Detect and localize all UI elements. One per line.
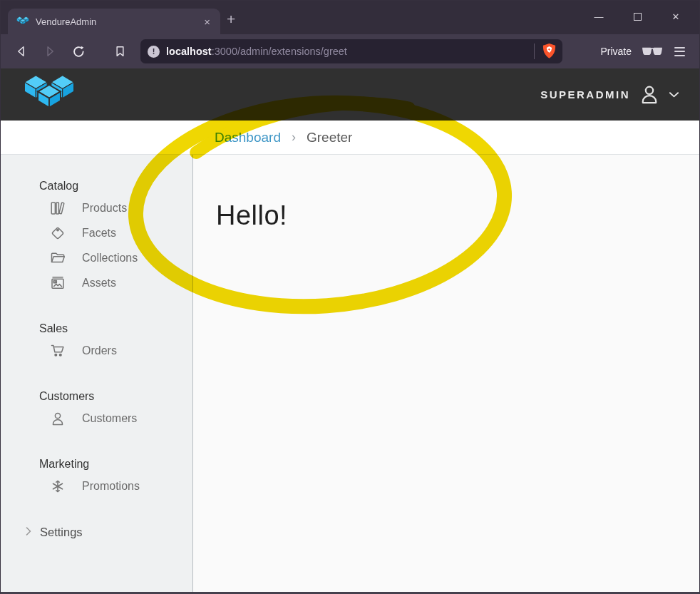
sidebar-item-collections[interactable]: Collections xyxy=(1,245,193,270)
chevron-right-icon xyxy=(23,526,34,537)
cart-icon xyxy=(49,342,66,359)
reload-icon xyxy=(71,44,86,59)
close-window-button[interactable]: ✕ xyxy=(657,5,695,28)
sidebar-section-customers: Customers xyxy=(39,389,94,404)
vendure-favicon-icon xyxy=(16,16,29,26)
account-menu[interactable]: SUPERADMIN xyxy=(540,68,679,121)
sidebar-item-customers[interactable]: Customers xyxy=(1,406,193,431)
tab-strip: VendureAdmin × + — ✕ xyxy=(1,1,699,34)
sidebar-item-promotions[interactable]: Promotions xyxy=(1,473,193,498)
vendure-logo-icon[interactable] xyxy=(22,74,76,116)
sidebar-item-label: Orders xyxy=(82,344,117,357)
back-button[interactable] xyxy=(13,43,30,60)
brave-shield-icon[interactable] xyxy=(542,43,557,60)
forward-icon xyxy=(43,44,57,58)
back-icon xyxy=(14,44,29,58)
tab-title: VendureAdmin xyxy=(36,16,195,27)
tab-close-icon[interactable]: × xyxy=(201,15,213,29)
sidebar-nav: Catalog Products xyxy=(1,155,193,592)
site-info-icon[interactable]: ! xyxy=(148,46,160,58)
bookmark-icon xyxy=(113,44,127,58)
sidebar-item-orders[interactable]: Orders xyxy=(1,338,193,363)
urlbar-divider xyxy=(534,43,535,59)
sidebar-item-label: Promotions xyxy=(82,480,140,493)
browser-tab[interactable]: VendureAdmin × xyxy=(8,9,220,34)
sidebar-section-catalog: Catalog xyxy=(39,178,78,194)
maximize-icon xyxy=(634,13,642,21)
user-account-icon xyxy=(639,83,660,106)
reload-button[interactable] xyxy=(70,43,87,60)
bookmark-button[interactable] xyxy=(111,43,128,60)
library-icon xyxy=(49,200,66,217)
sidebar-item-facets[interactable]: Facets xyxy=(1,220,193,245)
new-tab-button[interactable]: + xyxy=(227,11,235,26)
breadcrumb: Dashboard › Greeter xyxy=(215,121,352,154)
maximize-button[interactable] xyxy=(618,5,657,28)
private-window-label: Private xyxy=(600,46,632,57)
sidebar-item-label: Customers xyxy=(82,412,137,425)
chevron-down-icon xyxy=(669,91,679,98)
sidebar-item-label: Products xyxy=(82,202,127,215)
breadcrumb-dashboard-link[interactable]: Dashboard xyxy=(215,130,281,145)
browser-window: VendureAdmin × + — ✕ xyxy=(0,0,700,594)
greeting-text: Hello! xyxy=(216,200,287,231)
sidebar-settings-label: Settings xyxy=(40,526,83,539)
url-host: localhost xyxy=(166,46,212,57)
admin-header: SUPERADMIN xyxy=(1,68,699,121)
minimize-button[interactable]: — xyxy=(580,5,618,28)
sidebar-item-label: Assets xyxy=(82,277,116,290)
asterisk-icon xyxy=(49,478,66,495)
menu-button[interactable] xyxy=(673,46,686,58)
sidebar-section-marketing: Marketing xyxy=(39,456,89,472)
sidebar-item-assets[interactable]: Assets xyxy=(1,270,193,295)
address-bar[interactable]: ! localhost:3000/admin/extensions/greet xyxy=(140,39,562,63)
url-text[interactable]: localhost:3000/admin/extensions/greet xyxy=(166,46,530,57)
sidebar-item-settings[interactable]: Settings xyxy=(1,523,193,541)
tag-icon xyxy=(49,225,66,242)
main-area: Catalog Products xyxy=(1,155,699,592)
toolbar-right-cluster: Private xyxy=(600,34,686,68)
browser-toolbar: ! localhost:3000/admin/extensions/greet … xyxy=(1,34,699,68)
account-name: SUPERADMIN xyxy=(540,88,630,101)
user-icon xyxy=(49,410,66,427)
folder-icon xyxy=(49,250,66,267)
breadcrumb-separator-icon: › xyxy=(292,130,296,145)
window-controls: — ✕ xyxy=(580,5,695,28)
breadcrumb-current: Greeter xyxy=(307,130,352,145)
url-path: :3000/admin/extensions/greet xyxy=(212,46,347,57)
breadcrumb-bar: Dashboard › Greeter xyxy=(1,121,699,155)
sunglasses-icon xyxy=(642,47,663,56)
content-panel: Hello! xyxy=(194,155,699,592)
sidebar-item-label: Collections xyxy=(82,252,138,265)
sidebar-item-label: Facets xyxy=(82,227,116,240)
forward-button[interactable] xyxy=(41,43,58,60)
sidebar-item-products[interactable]: Products xyxy=(1,195,193,220)
sidebar-section-sales: Sales xyxy=(39,321,68,337)
image-icon xyxy=(49,275,66,292)
